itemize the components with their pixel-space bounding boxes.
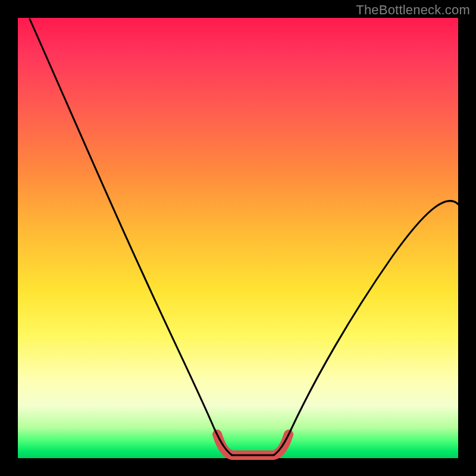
left-curve: [30, 19, 232, 455]
chart-frame: TheBottleneck.com: [0, 0, 476, 476]
right-curve: [274, 201, 459, 455]
watermark-text: TheBottleneck.com: [356, 2, 470, 18]
curve-layer: [18, 18, 458, 458]
plot-area: [18, 18, 458, 458]
